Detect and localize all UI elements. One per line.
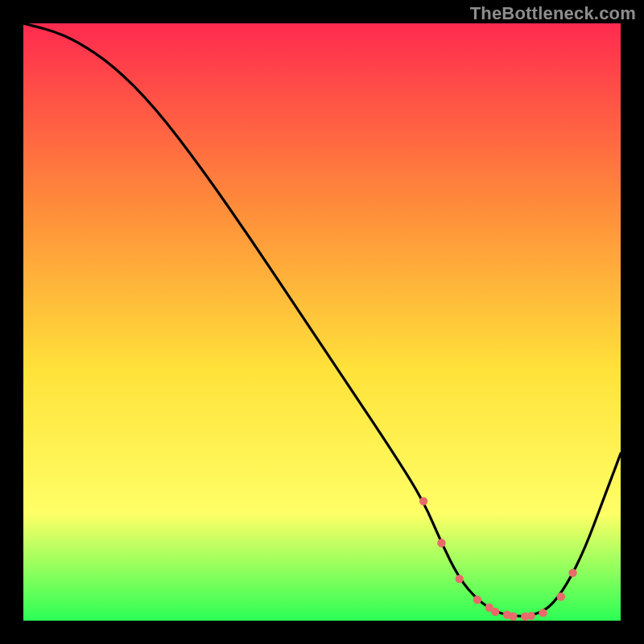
chart-frame: TheBottleneck.com	[0, 0, 644, 644]
highlight-point	[568, 568, 576, 576]
highlight-point	[437, 539, 445, 547]
highlight-point	[557, 592, 565, 601]
highlight-point	[527, 612, 535, 620]
plot-svg	[23, 23, 621, 621]
highlight-point	[473, 596, 481, 604]
highlight-point	[419, 497, 427, 505]
highlight-point	[456, 575, 464, 583]
gradient-background	[23, 23, 621, 621]
highlight-point	[491, 608, 499, 616]
plot-area	[23, 23, 621, 621]
watermark-text: TheBottleneck.com	[470, 3, 636, 24]
highlight-point	[539, 609, 547, 617]
highlight-point	[509, 613, 517, 621]
